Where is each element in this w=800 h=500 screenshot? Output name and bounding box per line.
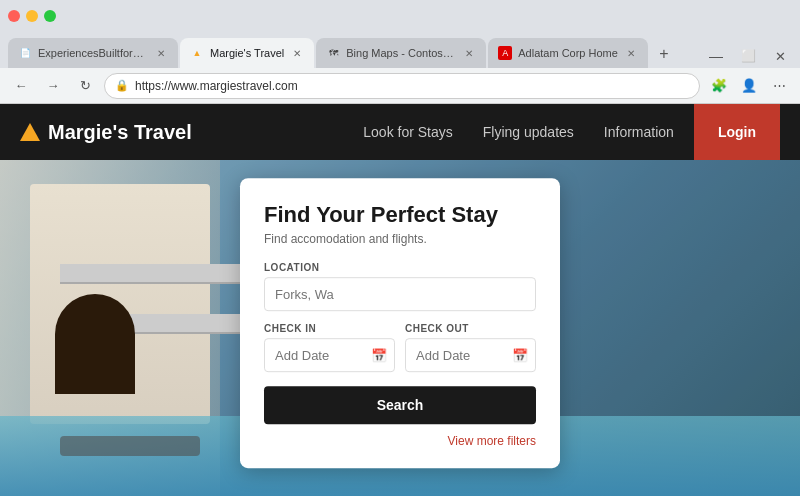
search-card: Find Your Perfect Stay Find accomodation… <box>240 178 560 468</box>
checkin-label: CHECK IN <box>264 323 395 334</box>
lock-icon: 🔒 <box>115 79 129 92</box>
browser-nav-right: 🧩 👤 ⋯ <box>706 73 792 99</box>
tabs-bar: 📄 ExperiencesBuiltforFocus.pdf ✕ ▲ Margi… <box>0 32 800 68</box>
close-browser-btn[interactable]: ✕ <box>768 44 792 68</box>
checkout-input-wrap: 📅 <box>405 338 536 372</box>
tab-label-experiences: ExperiencesBuiltforFocus.pdf <box>38 47 148 59</box>
refresh-button[interactable]: ↻ <box>72 73 98 99</box>
checkin-input-wrap: 📅 <box>264 338 395 372</box>
balcony-top <box>60 264 240 284</box>
nav-links: Look for Stays Flying updates Informatio… <box>363 124 674 140</box>
logo-triangle-icon <box>20 123 40 141</box>
address-bar[interactable]: 🔒 https://www.margiestravel.com <box>104 73 700 99</box>
location-input[interactable] <box>264 277 536 311</box>
tab-favicon-margies: ▲ <box>190 46 204 60</box>
tab-adlatam[interactable]: A Adlatam Corp Home ✕ <box>488 38 648 68</box>
card-subtitle: Find accomodation and flights. <box>264 232 536 246</box>
tab-label-bing: Bing Maps - Contosio HQ <box>346 47 456 59</box>
checkout-label: CHECK OUT <box>405 323 536 334</box>
url-text: https://www.margiestravel.com <box>135 79 689 93</box>
settings-button[interactable]: ⋯ <box>766 73 792 99</box>
tab-bing-maps[interactable]: 🗺 Bing Maps - Contosio HQ ✕ <box>316 38 486 68</box>
site-logo: Margie's Travel <box>20 121 192 144</box>
tab-close-experiences[interactable]: ✕ <box>154 46 168 60</box>
minimize-window-btn[interactable] <box>26 10 38 22</box>
card-title: Find Your Perfect Stay <box>264 202 536 228</box>
nav-link-flying-updates[interactable]: Flying updates <box>483 124 574 140</box>
browser-nav-bar: ← → ↻ 🔒 https://www.margiestravel.com 🧩 … <box>0 68 800 104</box>
view-more-filters[interactable]: View more filters <box>264 434 536 448</box>
checkout-group: CHECK OUT 📅 <box>405 323 536 372</box>
tab-label-margies: Margie's Travel <box>210 47 284 59</box>
close-window-btn[interactable] <box>8 10 20 22</box>
tab-margies-travel[interactable]: ▲ Margie's Travel ✕ <box>180 38 314 68</box>
tab-label-adlatam: Adlatam Corp Home <box>518 47 618 59</box>
nav-link-information[interactable]: Information <box>604 124 674 140</box>
tab-close-adlatam[interactable]: ✕ <box>624 46 638 60</box>
browser-chrome: 📄 ExperiencesBuiltforFocus.pdf ✕ ▲ Margi… <box>0 0 800 104</box>
tab-favicon-adlatam: A <box>498 46 512 60</box>
tab-close-bing[interactable]: ✕ <box>462 46 476 60</box>
checkin-input[interactable] <box>264 338 395 372</box>
page-content: Margie's Travel Look for Stays Flying up… <box>0 104 800 496</box>
scenery-lounger <box>60 436 200 456</box>
tab-favicon-experiences: 📄 <box>18 46 32 60</box>
checkout-input[interactable] <box>405 338 536 372</box>
tab-close-margies[interactable]: ✕ <box>290 46 304 60</box>
scenery-arch <box>55 294 135 394</box>
title-bar <box>0 0 800 32</box>
date-row: CHECK IN 📅 CHECK OUT 📅 <box>264 323 536 372</box>
minimize-browser-btn[interactable]: — <box>704 44 728 68</box>
logo-text: Margie's Travel <box>48 121 192 144</box>
checkin-group: CHECK IN 📅 <box>264 323 395 372</box>
location-label: LOCATION <box>264 262 536 273</box>
location-group: LOCATION <box>264 262 536 311</box>
extensions-button[interactable]: 🧩 <box>706 73 732 99</box>
site-navbar: Margie's Travel Look for Stays Flying up… <box>0 104 800 160</box>
maximize-window-btn[interactable] <box>44 10 56 22</box>
login-button[interactable]: Login <box>694 104 780 160</box>
tab-experiences[interactable]: 📄 ExperiencesBuiltforFocus.pdf ✕ <box>8 38 178 68</box>
back-button[interactable]: ← <box>8 73 34 99</box>
restore-browser-btn[interactable]: ⬜ <box>736 44 760 68</box>
nav-link-look-for-stays[interactable]: Look for Stays <box>363 124 453 140</box>
new-tab-button[interactable]: + <box>650 40 678 68</box>
search-button[interactable]: Search <box>264 386 536 424</box>
forward-button[interactable]: → <box>40 73 66 99</box>
tab-favicon-bing: 🗺 <box>326 46 340 60</box>
profile-button[interactable]: 👤 <box>736 73 762 99</box>
